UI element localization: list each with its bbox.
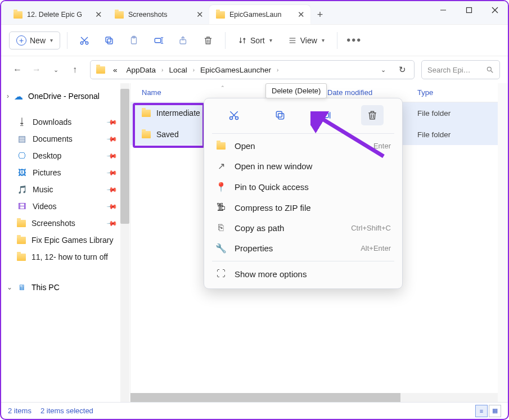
separator [337, 32, 337, 49]
sidebar-item-label: Music [33, 185, 53, 194]
refresh-button[interactable]: ↻ [394, 61, 411, 78]
context-toolbar [208, 103, 399, 131]
sidebar-item-1112[interactable]: 11, 12- how to turn off [1, 249, 130, 265]
recent-button[interactable]: ⌄ [47, 61, 64, 78]
column-type[interactable]: Type [417, 88, 508, 97]
sidebar-item-pictures[interactable]: 🖼Pictures📌 [1, 164, 130, 181]
ctx-cut-button[interactable] [223, 105, 245, 125]
close-icon[interactable]: ✕ [298, 10, 305, 20]
chevron-right-icon: › [7, 92, 9, 100]
ctx-more-options[interactable]: ⛶Show more options [208, 264, 399, 284]
details-view-button[interactable]: ≡ [475, 405, 488, 417]
desktop-icon: 🖵 [17, 151, 27, 160]
rename-button[interactable] [148, 30, 169, 51]
folder-icon [115, 11, 124, 19]
content-vscrollbar[interactable] [498, 83, 508, 402]
sidebar-scrollbar-thumb[interactable] [120, 89, 129, 224]
ctx-pin[interactable]: 📍Pin to Quick access [208, 177, 399, 197]
new-label: New [30, 36, 46, 45]
address-bar[interactable]: « AppData › Local › EpicGamesLauncher › … [90, 60, 415, 79]
tab-1[interactable]: 12. Delete Epic G ✕ [7, 5, 108, 24]
ctx-properties[interactable]: 🔧PropertiesAlt+Enter [208, 238, 399, 259]
svg-rect-7 [106, 37, 111, 42]
sidebar-item-label: Desktop [33, 151, 61, 160]
sidebar-onedrive[interactable]: › ☁ OneDrive - Personal [1, 88, 130, 105]
sidebar-item-label: This PC [31, 283, 60, 292]
svg-point-15 [487, 67, 491, 71]
folder-icon [17, 237, 26, 244]
content-hscrollbar-thumb[interactable] [130, 393, 400, 402]
folder-icon [17, 220, 26, 227]
share-button[interactable] [173, 30, 193, 51]
copy-button[interactable] [99, 30, 119, 51]
address-dropdown-button[interactable]: ⌄ [375, 61, 391, 78]
ctx-rename-button[interactable] [315, 105, 337, 125]
sort-label: Sort [250, 36, 265, 45]
new-button[interactable]: + New ▾ [9, 31, 60, 49]
close-icon[interactable]: ✕ [95, 10, 102, 20]
breadcrumb[interactable]: EpicGamesLauncher [197, 64, 274, 76]
sidebar-item-label: Pictures [33, 168, 61, 177]
address-row: ← → ⌄ ↑ « AppData › Local › EpicGamesLau… [1, 56, 508, 83]
sidebar-item-music[interactable]: 🎵Music📌 [1, 181, 130, 198]
cloud-icon: ☁ [13, 92, 24, 101]
sidebar-item-label: Screenshots [31, 219, 75, 228]
ctx-open-new-window[interactable]: ↗Open in new window [208, 156, 399, 177]
music-icon: 🎵 [17, 185, 27, 194]
icons-view-button[interactable]: ▦ [489, 405, 501, 417]
svg-rect-20 [276, 111, 282, 117]
paste-button[interactable] [124, 30, 144, 51]
ctx-copy-path[interactable]: ⎘Copy as pathCtrl+Shift+C [208, 218, 399, 238]
close-window-button[interactable] [482, 1, 508, 19]
sidebar-item-downloads[interactable]: ⭳Downloads📌 [1, 114, 130, 130]
tab-3-active[interactable]: EpicGamesLaun ✕ [209, 5, 310, 24]
column-date[interactable]: Date modified [327, 88, 417, 97]
folder-open-icon [215, 142, 227, 150]
tab-2[interactable]: Screenshots ✕ [108, 5, 209, 24]
sort-button[interactable]: Sort ▾ [232, 33, 278, 48]
up-button[interactable]: ↑ [66, 61, 83, 78]
close-icon[interactable]: ✕ [196, 10, 204, 20]
tab-label: Screenshots [128, 11, 167, 19]
sidebar-item-videos[interactable]: 🎞Videos📌 [1, 198, 130, 215]
more-button[interactable]: ••• [344, 30, 364, 51]
view-label: View [300, 36, 317, 45]
sidebar-item-screenshots[interactable]: Screenshots📌 [1, 215, 130, 232]
cut-button[interactable] [74, 30, 94, 51]
sidebar-item-documents[interactable]: ▤Documents📌 [1, 130, 130, 147]
sidebar-thispc[interactable]: ⌄ 🖥 This PC [1, 279, 130, 296]
maximize-button[interactable] [456, 1, 482, 19]
breadcrumb[interactable]: AppData [123, 64, 160, 76]
back-button[interactable]: ← [9, 61, 26, 78]
sidebar-item-label: Fix Epic Games Library [31, 236, 113, 245]
delete-tooltip: Delete (Delete) [265, 83, 327, 98]
new-tab-button[interactable]: + [310, 5, 330, 24]
sidebar: › ☁ OneDrive - Personal ⭳Downloads📌 ▤Doc… [1, 83, 130, 402]
pin-icon: 📌 [106, 167, 118, 179]
sidebar-item-fixepic[interactable]: Fix Epic Games Library [1, 232, 130, 249]
breadcrumb-prefix[interactable]: « [110, 64, 121, 76]
ctx-open[interactable]: OpenEnter [208, 136, 399, 156]
breadcrumb[interactable]: Local [165, 64, 190, 76]
window-controls [430, 1, 508, 24]
sidebar-item-label: Videos [33, 202, 57, 211]
ctx-copy-button[interactable] [269, 105, 291, 125]
sidebar-item-desktop[interactable]: 🖵Desktop📌 [1, 147, 130, 164]
folder-icon [17, 254, 26, 261]
sidebar-item-label: Downloads [33, 118, 71, 127]
file-type: File folder [417, 130, 451, 139]
folder-icon [13, 11, 22, 19]
search-input[interactable]: Search Epi… [421, 60, 500, 79]
svg-rect-19 [278, 114, 284, 119]
ctx-compress[interactable]: 🗜Compress to ZIP file [208, 197, 399, 218]
pin-icon: 📌 [106, 150, 118, 162]
chevron-right-icon: › [193, 67, 195, 73]
delete-button[interactable] [198, 30, 218, 51]
minimize-button[interactable] [430, 1, 456, 19]
chevron-down-icon: ▾ [269, 37, 272, 43]
view-button[interactable]: View ▾ [282, 33, 330, 48]
zip-icon: 🗜 [215, 202, 227, 213]
forward-button[interactable]: → [28, 61, 45, 78]
folder-icon [142, 110, 151, 117]
ctx-delete-button[interactable] [361, 105, 384, 125]
